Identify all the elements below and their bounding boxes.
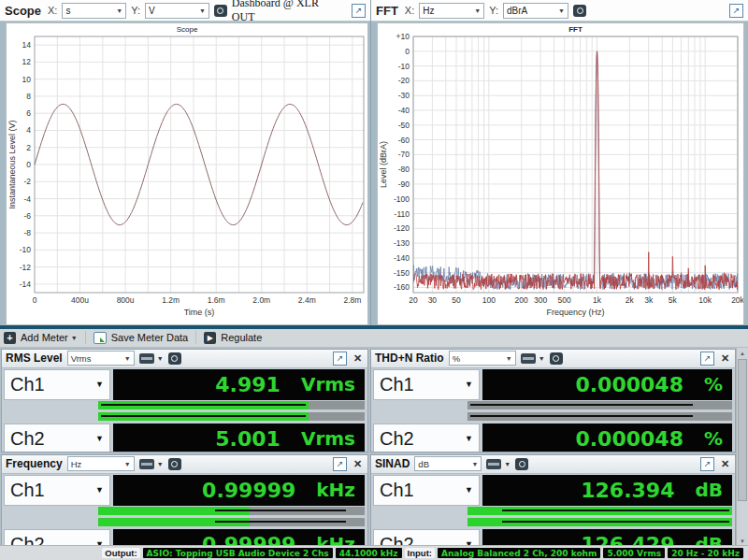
chevron-down-icon[interactable]: ▼ xyxy=(539,355,545,362)
fft-title: FFT xyxy=(376,4,398,18)
chevron-down-icon[interactable]: ▼ xyxy=(157,355,164,362)
level-bar xyxy=(98,507,365,515)
channel-selector[interactable]: Ch2 ▼ xyxy=(4,529,110,546)
svg-text:Frequency (Hz): Frequency (Hz) xyxy=(546,308,604,317)
channel-row: Ch1 ▼ 4.991 Vrms xyxy=(2,369,367,400)
output-device-badge[interactable]: ASIO: Topping USB Audio Device 2 Chs xyxy=(143,548,333,558)
fft-panel: FFT X: Hz ▼ Y: dBrA ▼ ↗ FFT+100-10-20-30… xyxy=(371,0,748,325)
meter-unit-select[interactable]: dB ▼ xyxy=(414,456,482,471)
svg-text:1k: 1k xyxy=(593,295,602,305)
close-icon[interactable]: ✕ xyxy=(719,352,731,365)
popout-icon[interactable]: ↗ xyxy=(700,457,714,471)
svg-text:30: 30 xyxy=(428,295,438,305)
channel-selector[interactable]: Ch2 ▼ xyxy=(373,529,480,546)
scroll-up-icon[interactable]: ▲ xyxy=(737,348,748,359)
scroll-down-icon[interactable]: ▼ xyxy=(737,536,748,546)
meter-header: THD+N Ratio % ▼ ▼ ↗ ✕ xyxy=(371,350,735,368)
meter-unit-value: % xyxy=(453,353,460,364)
fft-x-unit-select[interactable]: Hz ▼ xyxy=(419,3,484,19)
meter-header: SINAD dB ▼ ▼ ↗ ✕ xyxy=(371,455,735,474)
svg-text:4: 4 xyxy=(26,125,31,135)
svg-text:0: 0 xyxy=(33,295,37,305)
channel-selector[interactable]: Ch1 ▼ xyxy=(373,475,480,506)
meter-unit-select[interactable]: % ▼ xyxy=(449,351,516,366)
fft-plot[interactable]: FFT+100-10-20-30-40-50-60-70-80-90-100-1… xyxy=(377,22,744,325)
chevron-down-icon: ▼ xyxy=(558,7,565,14)
add-meter-button[interactable]: Add Meter xyxy=(21,332,68,343)
meter-readout-icon[interactable] xyxy=(139,353,154,364)
scrollbar-thumb[interactable] xyxy=(738,359,747,501)
channel-selector[interactable]: Ch1 ▼ xyxy=(373,369,480,400)
meter-value: 5.001 xyxy=(215,427,280,451)
close-icon[interactable]: ✕ xyxy=(352,458,364,470)
scope-chart: Scope14121086420-2-4-6-8-10-12-140400u80… xyxy=(7,23,367,324)
input-range-badge[interactable]: 5.000 Vrms xyxy=(603,548,665,558)
popout-icon[interactable]: ↗ xyxy=(729,4,743,18)
svg-text:0: 0 xyxy=(26,160,31,169)
svg-text:Instantaneous Level (V): Instantaneous Level (V) xyxy=(7,120,17,208)
meter-readout-icon[interactable] xyxy=(486,459,501,469)
popout-icon[interactable]: ↗ xyxy=(333,352,347,366)
meter-value-unit: dB xyxy=(695,533,723,545)
meter-value-unit: kHz xyxy=(316,479,355,501)
meter-display: 126.429 dB xyxy=(482,529,732,546)
scope-plot[interactable]: Scope14121086420-2-4-6-8-10-12-140400u80… xyxy=(6,22,368,325)
close-icon[interactable]: ✕ xyxy=(352,352,364,365)
chevron-down-icon[interactable]: ▼ xyxy=(71,335,78,341)
meter-unit-value: Vrms xyxy=(71,353,92,364)
x-axis-label: X: xyxy=(48,5,57,16)
chevron-down-icon[interactable]: ▼ xyxy=(157,461,164,467)
svg-text:0: 0 xyxy=(405,47,410,56)
chevron-down-icon: ▼ xyxy=(95,380,104,389)
svg-text:20k: 20k xyxy=(731,295,743,305)
meter-unit-value: dB xyxy=(418,459,429,469)
chevron-down-icon[interactable]: ▼ xyxy=(504,461,511,467)
settings-target-icon[interactable] xyxy=(214,5,227,17)
meter-unit-select[interactable]: Vrms ▼ xyxy=(67,351,135,366)
svg-text:-10: -10 xyxy=(20,245,32,254)
meter-readout-icon[interactable] xyxy=(521,353,536,364)
popout-icon[interactable]: ↗ xyxy=(700,352,714,366)
meter-value-unit: dB xyxy=(695,479,723,501)
meter-panel-sinad: SINAD dB ▼ ▼ ↗ ✕ Ch1 ▼ xyxy=(370,454,736,546)
bandwidth-badge[interactable]: 20 Hz - 20 kHz xyxy=(668,548,743,558)
save-meter-data-button[interactable]: Save Meter Data xyxy=(111,332,189,343)
channel-row: Ch2 ▼ 0.000048 % xyxy=(371,424,735,452)
popout-icon[interactable]: ↗ xyxy=(352,4,366,18)
meters-scrollbar[interactable]: ▲ ▼ xyxy=(736,348,748,546)
chevron-down-icon: ▼ xyxy=(471,461,478,467)
channel-selector[interactable]: Ch2 ▼ xyxy=(373,424,480,452)
channel-selector[interactable]: Ch1 ▼ xyxy=(4,369,110,400)
svg-text:50: 50 xyxy=(452,295,461,305)
channel-row: Ch2 ▼ 126.429 dB xyxy=(371,529,735,546)
settings-target-icon[interactable] xyxy=(573,5,586,17)
chevron-down-icon: ▼ xyxy=(116,7,122,14)
close-icon[interactable]: ✕ xyxy=(719,458,731,470)
channel-selector[interactable]: Ch2 ▼ xyxy=(4,424,110,452)
settings-target-icon[interactable] xyxy=(168,352,181,365)
channel-label: Ch2 xyxy=(10,428,45,450)
chevron-down-icon: ▼ xyxy=(465,434,473,443)
input-config-badge[interactable]: Analog Balanced 2 Ch, 200 kohm xyxy=(438,548,600,558)
settings-target-icon[interactable] xyxy=(550,352,563,365)
svg-text:500: 500 xyxy=(558,295,571,305)
meter-unit-select[interactable]: Hz ▼ xyxy=(67,456,135,471)
x-axis-label: X: xyxy=(405,5,414,16)
fft-y-unit-select[interactable]: dBrA ▼ xyxy=(503,3,568,19)
scope-x-unit-select[interactable]: s ▼ xyxy=(62,3,126,19)
settings-target-icon[interactable] xyxy=(168,458,181,470)
channel-row: Ch2 ▼ 0.99999 kHz xyxy=(2,529,367,546)
scope-y-unit-select[interactable]: V ▼ xyxy=(145,3,209,19)
settings-target-icon[interactable] xyxy=(515,458,528,470)
svg-text:8: 8 xyxy=(26,92,31,101)
popout-icon[interactable]: ↗ xyxy=(333,457,347,471)
fft-header: FFT X: Hz ▼ Y: dBrA ▼ ↗ xyxy=(371,0,748,22)
scope-header: Scope X: s ▼ Y: V ▼ Dashboard @ XLR OUT … xyxy=(0,0,370,22)
meter-value: 0.99999 xyxy=(202,533,295,546)
meter-readout-icon[interactable] xyxy=(139,459,154,469)
regulate-button[interactable]: Regulate xyxy=(221,332,262,343)
sample-rate-badge[interactable]: 44.1000 kHz xyxy=(336,548,402,558)
toolbar-separator xyxy=(85,331,86,344)
svg-text:-6: -6 xyxy=(23,211,31,221)
channel-selector[interactable]: Ch1 ▼ xyxy=(4,475,110,506)
